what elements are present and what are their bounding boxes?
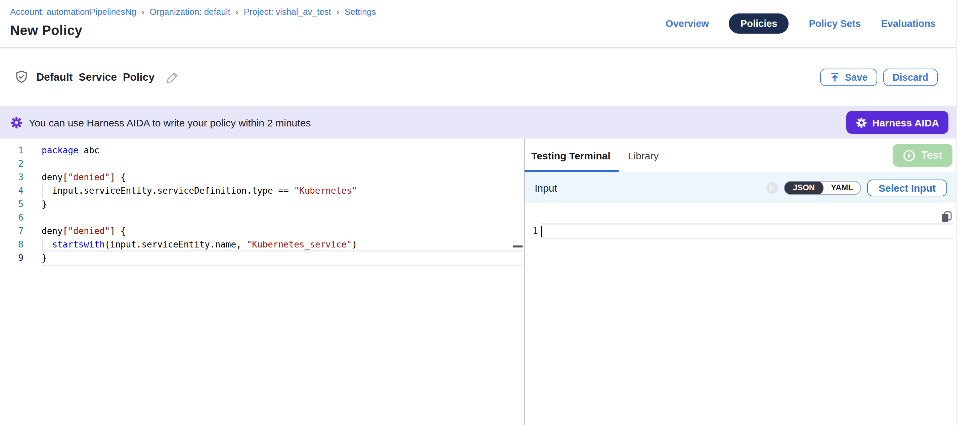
- page-title: New Policy: [10, 23, 376, 38]
- toolbar-actions: Save Discard: [820, 69, 938, 86]
- input-label: Input: [535, 182, 557, 193]
- format-option-yaml[interactable]: YAML: [824, 181, 861, 194]
- testing-panel: Testing Terminal Library Test Input: [525, 139, 956, 425]
- text-cursor: [541, 226, 542, 237]
- input-active-line[interactable]: [541, 223, 954, 240]
- breadcrumb-link[interactable]: Project: vishal_av_test: [244, 7, 331, 17]
- tab-policy-sets[interactable]: Policy Sets: [809, 13, 861, 34]
- code-line-content: package abc: [41, 144, 99, 157]
- discard-button[interactable]: Discard: [883, 69, 938, 86]
- app-root: Account: automationPipelinesNg›Organizat…: [0, 0, 980, 425]
- upload-icon: [830, 72, 840, 83]
- line-number: 4: [0, 184, 24, 198]
- code-line[interactable]: 3deny["denied"] {: [0, 171, 524, 184]
- line-number: 5: [0, 198, 24, 211]
- edit-pencil-icon[interactable]: [165, 70, 180, 85]
- code-line-content: input.serviceEntity.serviceDefinition.ty…: [41, 184, 357, 198]
- line-number: 3: [0, 171, 24, 184]
- code-line[interactable]: 6: [0, 211, 524, 225]
- code-line[interactable]: 8 startswith(input.serviceEntity.name, "…: [0, 238, 524, 251]
- format-branch-icon[interactable]: [767, 182, 778, 193]
- breadcrumb: Account: automationPipelinesNg›Organizat…: [10, 7, 376, 17]
- active-tab-underline: [525, 170, 619, 172]
- code-line[interactable]: 7deny["denied"] {: [0, 225, 524, 238]
- test-button[interactable]: Test: [893, 144, 953, 167]
- screenshot-viewport: Account: automationPipelinesNg›Organizat…: [0, 0, 980, 425]
- line-number: 6: [0, 211, 24, 225]
- tab-policies[interactable]: Policies: [729, 13, 789, 34]
- breadcrumb-link[interactable]: Organization: default: [150, 7, 231, 17]
- page-content: Account: automationPipelinesNg›Organizat…: [0, 0, 956, 425]
- discard-label: Discard: [892, 72, 928, 83]
- chevron-right-icon: ›: [236, 7, 239, 16]
- input-header-row: Input JSON YAML: [525, 172, 956, 203]
- input-actions: JSON YAML Select Input: [767, 179, 947, 196]
- tab-evaluations[interactable]: Evaluations: [881, 13, 935, 34]
- harness-aida-label: Harness AIDA: [872, 117, 939, 128]
- play-circle-icon: [903, 149, 916, 162]
- tab-testing-terminal[interactable]: Testing Terminal: [531, 150, 611, 161]
- code-line-content: deny["denied"] {: [41, 171, 126, 184]
- line-number: 1: [0, 144, 24, 157]
- line-number: 9: [0, 251, 24, 265]
- tab-library[interactable]: Library: [628, 150, 659, 161]
- policy-identity: Default_Service_Policy: [13, 69, 180, 85]
- code-line-content: }: [41, 251, 47, 265]
- testing-panel-tabs: Testing Terminal Library Test: [525, 139, 956, 172]
- code-line-content: startswith(input.serviceEntity.name, "Ku…: [41, 238, 357, 251]
- input-json-editor[interactable]: 1: [525, 203, 956, 425]
- copy-icon[interactable]: [941, 211, 953, 225]
- code-line[interactable]: 2: [0, 157, 524, 171]
- page-header: Account: automationPipelinesNg›Organizat…: [0, 0, 956, 48]
- breadcrumb-link[interactable]: Settings: [345, 7, 376, 17]
- chevron-right-icon: ›: [337, 7, 339, 16]
- format-toggle[interactable]: JSON YAML: [784, 181, 861, 195]
- policy-name: Default_Service_Policy: [36, 71, 154, 83]
- policy-code-editor[interactable]: 1package abc23deny["denied"] {4 input.se…: [0, 139, 525, 425]
- policy-toolbar: Default_Service_Policy Save Discard: [0, 48, 956, 106]
- aida-flower-icon: [10, 116, 23, 129]
- code-line[interactable]: 4 input.serviceEntity.serviceDefinition.…: [0, 184, 524, 198]
- indent-guide: [42, 184, 43, 198]
- code-line[interactable]: 5}: [0, 198, 524, 211]
- select-input-button[interactable]: Select Input: [867, 179, 947, 196]
- save-label: Save: [845, 72, 868, 83]
- code-line[interactable]: 1package abc: [0, 144, 524, 157]
- save-button[interactable]: Save: [820, 69, 877, 86]
- tab-overview[interactable]: Overview: [666, 13, 709, 34]
- header-left: Account: automationPipelinesNg›Organizat…: [10, 7, 376, 38]
- aida-banner: You can use Harness AIDA to write your p…: [0, 106, 956, 139]
- code-line[interactable]: 9}: [0, 251, 524, 265]
- aida-flower-icon: [855, 117, 867, 128]
- breadcrumb-link[interactable]: Account: automationPipelinesNg: [10, 7, 136, 17]
- test-label: Test: [921, 149, 942, 161]
- line-number: 7: [0, 225, 24, 238]
- indent-guide: [42, 238, 43, 251]
- chevron-right-icon: ›: [142, 7, 145, 16]
- module-tabs: OverviewPoliciesPolicy SetsEvaluations: [666, 13, 935, 34]
- format-option-json[interactable]: JSON: [784, 181, 824, 195]
- input-line-number: 1: [525, 225, 538, 238]
- line-number: 2: [0, 157, 24, 171]
- harness-aida-button[interactable]: Harness AIDA: [846, 111, 948, 134]
- code-line-content: deny["denied"] {: [41, 225, 126, 238]
- aida-banner-message: You can use Harness AIDA to write your p…: [29, 117, 311, 128]
- code-line-content: }: [41, 198, 47, 211]
- line-number: 8: [0, 238, 24, 251]
- shield-check-icon: [13, 69, 30, 85]
- overview-ruler-cursor-mark: [513, 246, 523, 248]
- main-area: 1package abc23deny["denied"] {4 input.se…: [0, 139, 956, 425]
